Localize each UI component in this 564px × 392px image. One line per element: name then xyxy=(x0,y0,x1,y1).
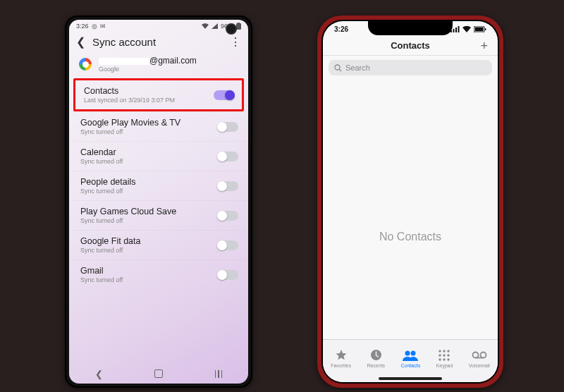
row-subtitle: Sync turned off xyxy=(80,217,217,224)
tab-label: Contacts xyxy=(401,363,421,368)
toggle-movies[interactable] xyxy=(217,122,238,132)
iphone-tab-bar: Favorites Recents Contacts Keypad xyxy=(323,339,498,382)
toggle-people[interactable] xyxy=(217,181,238,191)
account-row[interactable]: @gmail.com Google xyxy=(69,56,248,78)
row-subtitle: Sync turned off xyxy=(80,276,217,283)
row-subtitle: Sync turned off xyxy=(80,158,217,165)
nav-recents-icon[interactable] xyxy=(215,370,223,378)
tab-contacts[interactable]: Contacts xyxy=(401,349,421,368)
svg-point-19 xyxy=(448,354,450,356)
toggle-calendar[interactable] xyxy=(217,152,238,161)
toggle-contacts[interactable] xyxy=(214,90,235,100)
sync-row-people[interactable]: People detailsSync turned off xyxy=(72,171,245,200)
signal-icon xyxy=(212,23,218,29)
row-title: Calendar xyxy=(80,147,217,157)
toggle-fit[interactable] xyxy=(217,240,238,250)
row-subtitle: Last synced on 3/29/19 3:07 PM xyxy=(84,97,214,104)
back-icon[interactable]: ❮ xyxy=(76,35,85,49)
search-field[interactable]: Search xyxy=(329,60,492,75)
empty-state-text: No Contacts xyxy=(323,231,498,243)
svg-rect-4 xyxy=(455,27,457,32)
redacted-email-user xyxy=(99,58,149,65)
svg-point-9 xyxy=(335,65,340,70)
sync-row-playgames[interactable]: Play Games Cloud SaveSync turned off xyxy=(72,200,245,230)
account-text: @gmail.com Google xyxy=(99,56,197,73)
svg-point-23 xyxy=(472,353,478,358)
sync-row-gmail[interactable]: GmailSync turned off xyxy=(72,259,245,289)
battery-icon xyxy=(236,23,241,30)
row-title: Gmail xyxy=(80,266,217,276)
row-subtitle: Sync turned off xyxy=(80,128,217,135)
android-phone-frame: 3:26 ◎ ✉ 96% ❮ Sync account ⋮ @gmail.com… xyxy=(65,16,252,388)
svg-point-21 xyxy=(443,358,446,360)
svg-point-20 xyxy=(439,358,441,360)
google-logo-icon xyxy=(79,58,92,71)
tab-favorites[interactable]: Favorites xyxy=(331,349,351,368)
nav-back-icon[interactable]: ❮ xyxy=(95,369,103,379)
battery-icon xyxy=(474,26,486,32)
sync-row-movies[interactable]: Google Play Movies & TVSync turned off xyxy=(72,111,245,141)
svg-point-17 xyxy=(439,354,441,356)
svg-point-16 xyxy=(448,350,450,352)
page-title: Contacts xyxy=(391,40,430,51)
android-nav-bar: ❮ xyxy=(69,364,248,384)
svg-point-13 xyxy=(411,350,416,355)
android-screen: 3:26 ◎ ✉ 96% ❮ Sync account ⋮ @gmail.com… xyxy=(69,20,248,384)
svg-rect-5 xyxy=(458,26,460,32)
svg-rect-1 xyxy=(236,23,241,30)
search-icon xyxy=(334,64,342,72)
iphone-frame: 3:26 Contacts + Search No Contacts xyxy=(317,16,503,388)
status-time: 3:26 xyxy=(334,25,348,33)
keypad-icon xyxy=(439,349,450,362)
tab-voicemail[interactable]: Voicemail xyxy=(469,349,490,368)
account-provider: Google xyxy=(99,66,197,73)
svg-line-10 xyxy=(339,69,341,71)
voicemail-icon xyxy=(472,349,487,362)
svg-rect-0 xyxy=(238,23,240,23)
row-subtitle: Sync turned off xyxy=(80,247,217,254)
stage: 3:26 ◎ ✉ 96% ❮ Sync account ⋮ @gmail.com… xyxy=(0,0,564,392)
tab-label: Keypad xyxy=(436,363,453,368)
row-title: Google Fit data xyxy=(80,236,217,246)
message-status-icon: ✉ xyxy=(100,23,106,30)
iphone-notch xyxy=(368,21,453,35)
sync-list: ContactsLast synced on 3/29/19 3:07 PM G… xyxy=(69,78,248,289)
search-placeholder: Search xyxy=(345,63,370,72)
sync-row-calendar[interactable]: CalendarSync turned off xyxy=(72,141,245,171)
clock-icon xyxy=(370,349,382,362)
row-title: Google Play Movies & TV xyxy=(80,118,217,128)
tab-label: Favorites xyxy=(331,363,351,368)
svg-point-18 xyxy=(443,354,446,356)
iphone-bezel: 3:26 Contacts + Search No Contacts xyxy=(321,20,499,384)
status-time: 3:26 xyxy=(76,23,89,30)
contacts-icon xyxy=(403,349,418,362)
row-title: People details xyxy=(80,177,217,187)
svg-point-24 xyxy=(480,353,486,358)
row-subtitle: Sync turned off xyxy=(80,188,217,195)
iphone-screen: 3:26 Contacts + Search No Contacts xyxy=(323,21,498,382)
iphone-header: Contacts + xyxy=(323,33,498,56)
add-contact-button[interactable]: + xyxy=(480,39,488,54)
toggle-playgames[interactable] xyxy=(217,211,238,221)
svg-rect-3 xyxy=(453,29,455,32)
wifi-icon xyxy=(202,23,209,29)
svg-point-12 xyxy=(405,350,410,355)
svg-point-22 xyxy=(448,358,450,360)
row-title: Play Games Cloud Save xyxy=(80,207,217,216)
svg-rect-8 xyxy=(485,28,486,30)
sync-row-fit[interactable]: Google Fit dataSync turned off xyxy=(72,230,245,259)
more-icon[interactable]: ⋮ xyxy=(230,35,241,49)
svg-rect-7 xyxy=(475,27,484,32)
tab-recents[interactable]: Recents xyxy=(367,349,385,368)
android-status-bar: 3:26 ◎ ✉ 96% xyxy=(69,20,248,31)
star-icon xyxy=(335,349,348,362)
toggle-gmail[interactable] xyxy=(217,270,238,280)
row-title: Contacts xyxy=(84,86,214,96)
camera-status-icon: ◎ xyxy=(92,23,97,30)
account-email-suffix: @gmail.com xyxy=(149,56,197,66)
nav-home-icon[interactable] xyxy=(154,369,163,378)
home-indicator[interactable] xyxy=(379,377,442,380)
sync-row-contacts[interactable]: ContactsLast synced on 3/29/19 3:07 PM xyxy=(73,78,244,111)
tab-keypad[interactable]: Keypad xyxy=(436,349,453,368)
svg-point-14 xyxy=(439,350,441,352)
